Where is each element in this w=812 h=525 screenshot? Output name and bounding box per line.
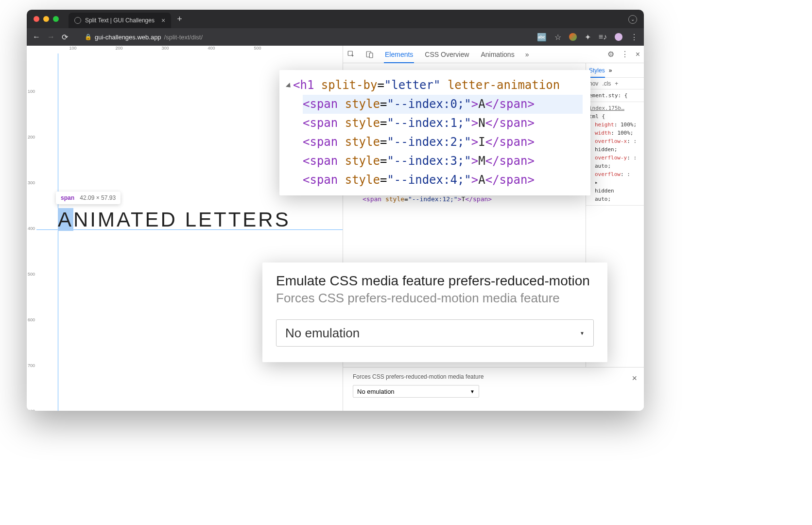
emulate-title: Emulate CSS media feature prefers-reduce… <box>276 273 594 289</box>
url-host: gui-challenges.web.app <box>95 34 161 41</box>
css-rule[interactable]: ement.sty: { <box>586 89 644 102</box>
ruler-tick: 100 <box>69 46 76 51</box>
tab-elements[interactable]: Elements <box>384 46 414 63</box>
address-bar: ← → ⟳ 🔒 gui-challenges.web.app/split-tex… <box>27 28 644 46</box>
popout-emulate: Emulate CSS media feature prefers-reduce… <box>262 262 607 362</box>
ruler-tick: 600 <box>28 317 35 322</box>
heading-letter: T <box>131 208 145 231</box>
extension-visbug-icon[interactable] <box>569 33 577 41</box>
dropdown-arrow-icon: ▼ <box>470 389 475 394</box>
ruler-tick: 200 <box>28 135 35 140</box>
emulate-select-value: No emulation <box>285 326 360 341</box>
heading-letter <box>177 208 185 231</box>
dom-node[interactable]: <span style="--index:1;">N</span> <box>303 114 583 133</box>
account-chevron-icon[interactable]: ⌄ <box>628 15 637 24</box>
heading-letter: N <box>73 208 90 231</box>
maximize-window-icon[interactable] <box>53 16 59 22</box>
ruler-tick: 500 <box>254 46 261 51</box>
heading-letter: T <box>228 208 243 231</box>
heading-letter: E <box>145 208 161 231</box>
heading-letter: I <box>90 208 98 231</box>
guide-vertical <box>58 53 58 411</box>
inspect-icon[interactable] <box>347 50 356 59</box>
new-rule-button[interactable]: + <box>615 80 618 87</box>
tab-css-overview[interactable]: CSS Overview <box>424 51 470 58</box>
emulate-subtitle: Forces CSS prefers-reduced-motion media … <box>276 291 594 306</box>
back-button[interactable]: ← <box>33 33 40 41</box>
translate-icon[interactable]: 🔤 <box>537 33 547 42</box>
heading-letter: S <box>275 208 291 231</box>
browser-tab[interactable]: Split Text | GUI Challenges × <box>69 13 171 28</box>
ruler-horizontal: 100200300400500 <box>27 46 343 53</box>
minimize-window-icon[interactable] <box>43 16 49 22</box>
emulation-value: No emulation <box>357 388 395 395</box>
favicon-icon <box>74 17 81 24</box>
close-window-icon[interactable] <box>34 16 39 22</box>
svg-rect-2 <box>369 53 373 58</box>
emulate-select[interactable]: No emulation ▼ <box>276 319 594 347</box>
close-devtools-icon[interactable]: × <box>636 50 640 59</box>
settings-icon[interactable]: ⚙ <box>607 50 614 59</box>
emulation-select[interactable]: No emulation ▼ <box>353 385 479 398</box>
tooltip-dimensions: 42.09 × 57.93 <box>80 194 116 201</box>
ruler-tick: 400 <box>207 46 215 51</box>
ruler-vertical: 100200300400500600700800 <box>27 46 36 411</box>
page-heading: ANIMATED LETTERS <box>58 208 291 231</box>
extensions-icon[interactable]: ✦ <box>585 33 591 42</box>
new-tab-button[interactable]: + <box>177 14 182 24</box>
ruler-tick: 200 <box>115 46 122 51</box>
url-path: /split-text/dist/ <box>164 34 203 41</box>
heading-letter: D <box>161 208 177 231</box>
reading-list-icon[interactable]: ≡♪ <box>599 33 607 41</box>
heading-letter: T <box>214 208 228 231</box>
url-display[interactable]: 🔒 gui-challenges.web.app/split-text/dist… <box>75 34 203 41</box>
styles-tab[interactable]: Styles <box>589 63 605 78</box>
rendering-drawer: × Forces CSS prefers-reduced-motion medi… <box>343 367 644 411</box>
toolbar-right: 🔤 ☆ ✦ ≡♪ ⋮ <box>537 33 638 42</box>
titlebar-right: ⌄ <box>628 14 637 24</box>
ruler-tick: 300 <box>161 46 169 51</box>
dropdown-arrow-icon: ▼ <box>580 331 585 336</box>
window-controls <box>34 16 59 22</box>
tab-title: Split Text | GUI Challenges <box>85 17 155 24</box>
ruler-tick: 700 <box>28 363 35 368</box>
reload-button[interactable]: ⟳ <box>62 33 68 42</box>
styles-overflow-icon[interactable]: » <box>609 67 612 74</box>
lock-icon: 🔒 <box>85 34 92 40</box>
popout-dom-tree: <h1 split-by="letter" letter-animation<s… <box>279 70 590 195</box>
dom-node[interactable]: <span style="--index:3;">M</span> <box>303 152 583 171</box>
heading-letter: A <box>117 208 131 231</box>
ruler-tick: 500 <box>28 272 35 277</box>
profile-avatar-icon[interactable] <box>615 33 622 41</box>
tab-animations[interactable]: Animations <box>480 51 515 58</box>
close-tab-icon[interactable]: × <box>161 17 165 24</box>
heading-letter: L <box>185 208 198 231</box>
menu-icon[interactable]: ⋮ <box>630 33 638 42</box>
heading-letter: E <box>242 208 258 231</box>
device-toggle-icon[interactable] <box>365 50 374 59</box>
titlebar: Split Text | GUI Challenges × + ⌄ <box>27 10 644 28</box>
heading-letter: R <box>258 208 275 231</box>
dom-node-root[interactable]: <h1 split-by="letter" letter-animation <box>287 76 583 95</box>
tooltip-tag: span <box>61 194 74 201</box>
drawer-subtitle: Forces CSS prefers-reduced-motion media … <box>353 373 634 380</box>
dom-node[interactable]: <span style="--index:12;">T</span> <box>353 194 586 204</box>
heading-letter: A <box>58 208 73 231</box>
ruler-tick: 400 <box>28 226 35 231</box>
ruler-tick: 800 <box>28 409 35 411</box>
dom-node[interactable]: <span style="--index:0;">A</span> <box>303 95 583 114</box>
inspect-tooltip: span 42.09 × 57.93 <box>56 192 121 204</box>
tabs-overflow-icon[interactable]: » <box>525 51 529 58</box>
ruler-tick: 300 <box>28 180 35 185</box>
dom-node[interactable]: <span style="--index:2;">I</span> <box>303 133 583 152</box>
cls-toggle[interactable]: .cls <box>602 80 611 87</box>
star-icon[interactable]: ☆ <box>554 33 561 42</box>
ruler-tick: 100 <box>28 89 35 94</box>
dom-node[interactable]: <span style="--index:4;">A</span> <box>303 171 583 190</box>
devtools-tabs: Elements CSS Overview Animations » ⚙ ⋮ × <box>343 46 644 63</box>
kebab-icon[interactable]: ⋮ <box>621 50 629 59</box>
close-drawer-icon[interactable]: × <box>632 373 637 384</box>
css-rule[interactable]: index.175b…tml {height: 100%;width: 100%… <box>586 102 644 206</box>
forward-button[interactable]: → <box>47 33 55 41</box>
heading-letter: E <box>198 208 214 231</box>
